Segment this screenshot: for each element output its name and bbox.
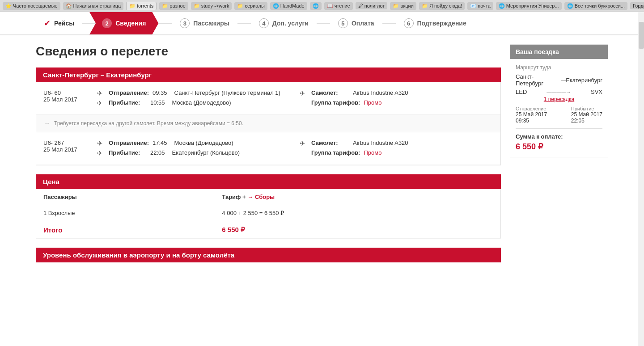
- step-extras[interactable]: 4 Доп. услуги: [251, 12, 317, 34]
- flight-card: U6- 60 25 Мая 2017 ✈ Отправление: 09:35 …: [36, 82, 501, 165]
- tab-bookcross[interactable]: 🌐 Все точки буккросси...: [564, 2, 627, 10]
- arrival-row-1: ✈ Прибытие: 10:55 Москва (Домодедово): [97, 99, 291, 107]
- step-divider-3: [237, 23, 251, 24]
- departure-time-label: Отправление: [516, 106, 547, 111]
- city-from: Санкт-Петербург: [516, 73, 561, 87]
- tab-raznoe[interactable]: 📁 разное: [159, 2, 188, 10]
- aircraft-row-2: ✈ Самолет: Airbus Industrie A320: [300, 139, 493, 148]
- browser-bar: ⭐ Часто посещаемые 🏠 Начальная страница …: [0, 0, 644, 12]
- code-from: LED: [516, 89, 527, 95]
- step-details[interactable]: 2 Сведения: [89, 12, 158, 34]
- tab-mail[interactable]: 📧 почта: [467, 2, 493, 10]
- service-section: Уровень обслуживания в аэропорту и на бо…: [36, 248, 501, 262]
- tab-reading[interactable]: 📖 чтение: [324, 2, 353, 10]
- transfer-notice: → Требуется пересадка на другой самолет.…: [36, 115, 500, 132]
- sidebar-total-label: Сумма к оплате:: [516, 133, 602, 140]
- checkmark-icon: ✔: [44, 18, 51, 28]
- sidebar-box: Ваша поездка Маршрут туда Санкт-Петербур…: [510, 44, 608, 157]
- price-table: Пассажиры Тариф + → Сборы 1 Взрослые 4 0…: [36, 189, 501, 239]
- departure-date-value: 25 Май 2017: [516, 111, 547, 118]
- tab-study[interactable]: 📁 study ->work: [191, 2, 232, 10]
- arrival-city-1: Москва (Домодедово): [172, 99, 231, 106]
- flight-segment-1: U6- 60 25 Мая 2017 ✈ Отправление: 09:35 …: [36, 82, 500, 115]
- step-confirm-label: Подтверждение: [417, 20, 466, 27]
- tab-globe[interactable]: 🌐: [310, 2, 322, 10]
- tab-shares[interactable]: 📁 акции: [390, 2, 416, 10]
- aircraft-row-1: ✈ Самолет: Airbus Industrie A320: [300, 89, 493, 97]
- departure-block: Отправление 25 Май 2017 09:35: [516, 106, 547, 124]
- aircraft-icon-1: ✈: [300, 89, 308, 97]
- col-passengers-header: Пассажиры: [36, 189, 215, 205]
- tab-polyglot[interactable]: 🖊 полиглот: [356, 2, 388, 9]
- tariff-label-2: Группа тарифов:: [311, 149, 360, 156]
- step-details-label: Сведения: [115, 20, 146, 27]
- tariff-row-1: ✈ Группа тарифов: Промо: [300, 99, 493, 107]
- sidebar: Ваша поездка Маршрут туда Санкт-Петербур…: [510, 44, 608, 337]
- main-layout: Сведения о перелете Санкт-Петербург – Ек…: [0, 35, 644, 346]
- flight-details-2: ✈ Отправление: 17:45 Москва (Домодедово)…: [97, 139, 493, 157]
- arrival-city-2: Екатеринбург (Кольцово): [172, 149, 240, 156]
- step-divider-1: [82, 23, 96, 24]
- arrival-icon-2: ✈: [97, 149, 105, 157]
- tab-torrents[interactable]: 📁 torrents: [126, 2, 157, 10]
- step-passengers-label: Пассажиры: [193, 20, 229, 27]
- departure-row-2: ✈ Отправление: 17:45 Москва (Домодедово): [97, 139, 291, 148]
- price-row-adult: 1 Взрослые 4 000 + 2 550 = 6 550 ₽: [36, 205, 501, 221]
- fees-arrow: →: [247, 194, 255, 200]
- arrival-time-label: Прибытие: [571, 106, 602, 111]
- step-details-num: 2: [102, 18, 112, 28]
- step-confirm-num: 6: [404, 18, 414, 28]
- sidebar-content: Маршрут туда Санкт-Петербург — Екатеринб…: [510, 59, 608, 157]
- tariff-row-2: ✈ Группа тарифов: Промо: [300, 149, 493, 157]
- route-arrow-icon: ————→: [547, 89, 571, 95]
- col-tariff-header: Тариф + → Сборы: [215, 189, 500, 205]
- flight-num-1: U6- 60: [43, 89, 88, 96]
- price-header: Цена: [36, 174, 501, 189]
- content-area: Сведения о перелете Санкт-Петербург – Ек…: [36, 44, 501, 337]
- tab-visited[interactable]: ⭐ Часто посещаемые: [3, 2, 60, 10]
- aircraft-label-1: Самолет:: [311, 89, 349, 96]
- tariff-link-2[interactable]: Промо: [364, 149, 381, 156]
- flight-date-1: 25 Мая 2017: [43, 96, 88, 103]
- transfer-count-link[interactable]: 1 пересадка: [516, 96, 602, 102]
- departure-icon-1: ✈: [97, 89, 105, 97]
- flight-segment-2: U6- 267 25 Мая 2017 ✈ Отправление: 17:45…: [36, 132, 500, 165]
- sidebar-times: Отправление 25 Май 2017 09:35 Прибытие 2…: [516, 106, 602, 124]
- departure-city-2: Москва (Домодедово): [174, 139, 233, 146]
- transfer-text: Требуется пересадка на другой самолет. В…: [54, 120, 243, 127]
- tab-handmade[interactable]: 🌐 HandMade: [270, 2, 307, 10]
- price-total-row: Итого 6 550 ₽: [36, 221, 501, 239]
- tab-serials[interactable]: 📁 сериалы: [234, 2, 267, 10]
- passenger-price: 4 000 + 2 550 = 6 550 ₽: [215, 205, 500, 221]
- arrival-block: Прибытие 25 Май 2017 22:05: [571, 106, 602, 124]
- total-label: Итого: [36, 221, 215, 239]
- departure-row-1: ✈ Отправление: 09:35 Санкт-Петербург (Пу…: [97, 89, 291, 97]
- transfer-arrow-icon: →: [43, 119, 51, 127]
- scrollbar[interactable]: [638, 12, 644, 346]
- step-flights[interactable]: ✔ Рейсы: [36, 12, 82, 34]
- departure-time-1: 09:35: [153, 89, 167, 96]
- step-confirm[interactable]: 6 Подтверждение: [396, 12, 475, 34]
- tab-gordon[interactable]: Гордон: [630, 2, 644, 9]
- tab-gohere[interactable]: 📁 Я пойду сюда!: [419, 2, 465, 10]
- tariff-link-1[interactable]: Промо: [364, 99, 381, 106]
- service-header: Уровень обслуживания в аэропорту и на бо…: [36, 248, 501, 262]
- price-table-header: Пассажиры Тариф + → Сборы: [36, 189, 501, 205]
- departure-time-2: 17:45: [153, 139, 167, 146]
- page-title: Сведения о перелете: [36, 44, 501, 59]
- step-payment[interactable]: 5 Оплата: [330, 12, 382, 34]
- code-to: SVX: [591, 89, 602, 95]
- departure-icon-2: ✈: [97, 139, 105, 148]
- fees-link[interactable]: Сборы: [255, 194, 275, 200]
- departure-time-value: 09:35: [516, 118, 547, 124]
- tab-events[interactable]: 🌐 Мероприятия Универ...: [496, 2, 562, 10]
- flight-id-1: U6- 60 25 Мая 2017: [43, 89, 88, 107]
- tab-home[interactable]: 🏠 Начальная страница: [63, 2, 123, 10]
- aircraft-icon-2: ✈: [300, 139, 308, 148]
- arrival-row-2: ✈ Прибытие: 22:05 Екатеринбург (Кольцово…: [97, 149, 291, 157]
- step-passengers[interactable]: 3 Пассажиры: [172, 12, 237, 34]
- arrival-time-value: 22:05: [571, 118, 602, 124]
- scrollbar-thumb[interactable]: [639, 22, 644, 49]
- passenger-type: 1 Взрослые: [36, 205, 215, 221]
- step-payment-num: 5: [338, 18, 348, 28]
